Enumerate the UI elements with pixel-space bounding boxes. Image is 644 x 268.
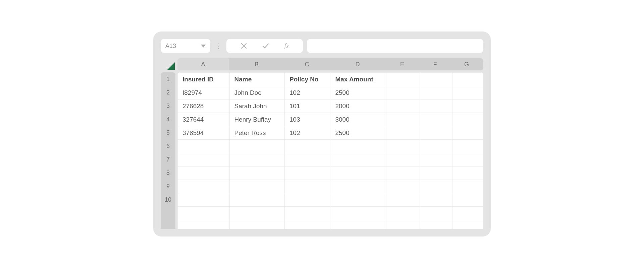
cell[interactable]: 102	[285, 86, 330, 99]
name-box[interactable]: A13	[161, 39, 210, 53]
col-head-g[interactable]: G	[451, 58, 482, 70]
cell[interactable]: Policy No	[285, 73, 330, 86]
col-head-d[interactable]: D	[330, 58, 385, 70]
row-head-8[interactable]: 8	[161, 166, 175, 180]
row-head-1[interactable]: 1	[161, 72, 175, 86]
cell[interactable]	[285, 140, 330, 153]
cell[interactable]	[420, 73, 452, 86]
col-head-e[interactable]: E	[385, 58, 419, 70]
cell[interactable]	[229, 180, 285, 193]
cell[interactable]	[178, 193, 230, 207]
cell[interactable]	[330, 220, 386, 229]
select-all-corner[interactable]	[161, 58, 175, 70]
cell[interactable]	[330, 180, 386, 193]
cell[interactable]	[386, 153, 420, 166]
cell[interactable]	[330, 153, 386, 166]
cell[interactable]	[452, 126, 483, 140]
cell[interactable]	[420, 113, 452, 126]
fx-icon[interactable]: fx	[284, 43, 289, 50]
row-head-4[interactable]: 4	[161, 113, 175, 126]
cell[interactable]	[386, 166, 420, 180]
cell[interactable]	[452, 180, 483, 193]
cell[interactable]	[386, 86, 420, 99]
row-head-6[interactable]: 6	[161, 139, 175, 153]
cell[interactable]	[285, 166, 330, 180]
col-head-c[interactable]: C	[284, 58, 330, 70]
cell[interactable]	[330, 140, 386, 153]
row-head-9[interactable]: 9	[161, 180, 175, 193]
col-head-a[interactable]: A	[177, 58, 229, 70]
cancel-icon[interactable]	[240, 43, 247, 49]
col-head-f[interactable]: F	[419, 58, 451, 70]
cell[interactable]	[452, 73, 483, 86]
cell[interactable]	[386, 207, 420, 220]
accept-icon[interactable]	[262, 43, 269, 49]
formula-input[interactable]	[307, 39, 483, 53]
cell[interactable]: 101	[285, 99, 330, 113]
cell[interactable]: Henry Buffay	[229, 113, 285, 126]
cell[interactable]	[420, 180, 452, 193]
cell[interactable]	[420, 99, 452, 113]
cell[interactable]	[452, 193, 483, 207]
cell[interactable]: 276628	[178, 99, 230, 113]
cell[interactable]	[330, 193, 386, 207]
cell[interactable]	[386, 140, 420, 153]
cell[interactable]: 102	[285, 126, 330, 140]
cell[interactable]: 378594	[178, 126, 230, 140]
cell[interactable]	[178, 140, 230, 153]
cell[interactable]	[285, 193, 330, 207]
row-head-5[interactable]: 5	[161, 126, 175, 139]
cells-area[interactable]: Insured ID Name Policy No Max Amount I82…	[177, 72, 483, 229]
cell[interactable]	[229, 207, 285, 220]
cell[interactable]	[452, 99, 483, 113]
row-head-7[interactable]: 7	[161, 153, 175, 166]
cell[interactable]	[178, 153, 230, 166]
cell[interactable]	[420, 220, 452, 229]
cell[interactable]	[178, 180, 230, 193]
cell[interactable]: Sarah John	[229, 99, 285, 113]
cell[interactable]: 2000	[330, 99, 386, 113]
row-head-2[interactable]: 2	[161, 86, 175, 99]
cell[interactable]	[330, 166, 386, 180]
cell[interactable]	[229, 153, 285, 166]
cell[interactable]: 327644	[178, 113, 230, 126]
cell[interactable]	[420, 207, 452, 220]
cell[interactable]	[285, 180, 330, 193]
col-head-b[interactable]: B	[229, 58, 284, 70]
cell[interactable]	[386, 220, 420, 229]
cell[interactable]: Peter Ross	[229, 126, 285, 140]
cell[interactable]	[386, 113, 420, 126]
cell[interactable]	[285, 207, 330, 220]
cell[interactable]	[420, 166, 452, 180]
cell[interactable]: Max Amount	[330, 73, 386, 86]
dropdown-icon[interactable]	[201, 45, 206, 48]
cell[interactable]	[386, 193, 420, 207]
cell[interactable]	[420, 153, 452, 166]
cell[interactable]: Insured ID	[178, 73, 230, 86]
cell[interactable]: Name	[229, 73, 285, 86]
cell[interactable]	[285, 153, 330, 166]
cell[interactable]: John Doe	[229, 86, 285, 99]
cell[interactable]	[452, 140, 483, 153]
cell[interactable]	[452, 207, 483, 220]
cell[interactable]	[285, 220, 330, 229]
cell[interactable]	[420, 193, 452, 207]
cell[interactable]	[452, 86, 483, 99]
cell[interactable]	[178, 166, 230, 180]
cell[interactable]: 103	[285, 113, 330, 126]
row-head-10[interactable]: 10	[161, 193, 175, 206]
cell[interactable]	[420, 126, 452, 140]
cell[interactable]	[386, 99, 420, 113]
cell[interactable]	[229, 220, 285, 229]
cell[interactable]	[178, 207, 230, 220]
cell[interactable]	[229, 193, 285, 207]
cell[interactable]	[452, 220, 483, 229]
cell[interactable]: I82974	[178, 86, 230, 99]
cell[interactable]	[386, 126, 420, 140]
cell[interactable]	[452, 166, 483, 180]
cell[interactable]	[386, 180, 420, 193]
cell[interactable]	[386, 73, 420, 86]
cell[interactable]	[420, 86, 452, 99]
cell[interactable]	[420, 140, 452, 153]
cell[interactable]	[229, 166, 285, 180]
